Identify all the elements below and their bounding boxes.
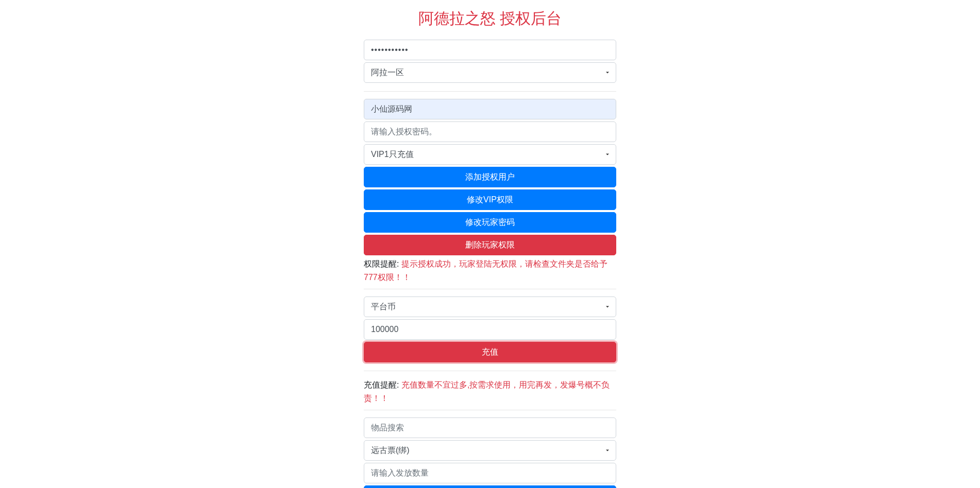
section-recharge: 平台币 充值 — [364, 297, 616, 362]
vip-select[interactable]: VIP1只充值 — [364, 144, 616, 165]
recharge-button[interactable]: 充值 — [364, 342, 616, 362]
server-select[interactable]: 阿拉一区 — [364, 62, 616, 83]
user-input[interactable] — [364, 99, 616, 119]
recharge-hint-label: 充值提醒: — [364, 380, 401, 389]
item-search-input[interactable] — [364, 417, 616, 438]
divider — [364, 91, 616, 92]
auth-password-input[interactable] — [364, 121, 616, 142]
divider — [364, 410, 616, 410]
main-container: 阿德拉之怒 授权后台 阿拉一区 VIP1只充值 添加授权用户 修改VIP权限 修… — [359, 8, 621, 488]
amount-input[interactable] — [364, 319, 616, 340]
send-mail-item-button[interactable]: 发送邮件物品 — [364, 485, 616, 488]
add-auth-user-button[interactable]: 添加授权用户 — [364, 167, 616, 187]
divider — [364, 289, 616, 289]
currency-select[interactable]: 平台币 — [364, 297, 616, 317]
quantity-input[interactable] — [364, 463, 616, 483]
delete-player-perm-button[interactable]: 删除玩家权限 — [364, 235, 616, 255]
item-select[interactable]: 远古票(绑) — [364, 440, 616, 461]
modify-player-password-button[interactable]: 修改玩家密码 — [364, 212, 616, 233]
section-auth: VIP1只充值 添加授权用户 修改VIP权限 修改玩家密码 删除玩家权限 权限提… — [364, 99, 616, 284]
section-login: 阿拉一区 — [364, 40, 616, 83]
page-title: 阿德拉之怒 授权后台 — [364, 8, 616, 29]
recharge-hint: 充值提醒: 充值数量不宜过多,按需求使用，用完再发，发爆号概不负责！！ — [364, 378, 616, 405]
password-input[interactable] — [364, 40, 616, 60]
divider — [364, 371, 616, 371]
section-mail: 远古票(绑) 发送邮件物品 — [364, 417, 616, 488]
permission-hint: 权限提醒: 提示授权成功，玩家登陆无权限，请检查文件夹是否给予777权限！！ — [364, 257, 616, 284]
modify-vip-button[interactable]: 修改VIP权限 — [364, 189, 616, 210]
permission-hint-label: 权限提醒: — [364, 259, 401, 268]
